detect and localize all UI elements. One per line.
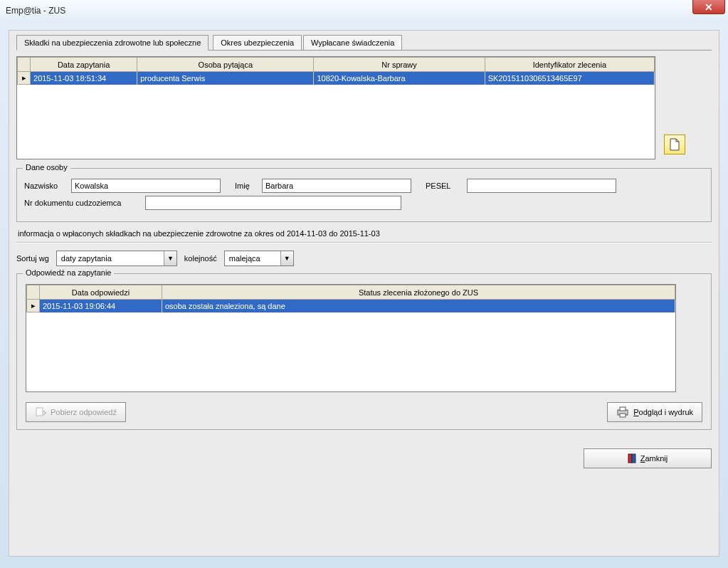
titlebar: Emp@tia - ZUS ✕ bbox=[0, 0, 728, 21]
separator bbox=[16, 242, 712, 243]
cell-nr-sprawy: 10820-Kowalska-Barbara bbox=[314, 72, 485, 85]
imie-input[interactable] bbox=[262, 179, 411, 193]
row-header-blank bbox=[18, 58, 31, 72]
tab-okres[interactable]: Okres ubezpieczenia bbox=[213, 35, 302, 50]
kolejnosc-label: kolejność bbox=[184, 254, 217, 263]
response-grid[interactable]: Data odpowiedzi Status zlecenia złożoneg… bbox=[26, 284, 676, 392]
svg-rect-5 bbox=[632, 454, 635, 463]
zamknij-button[interactable]: Zamknij bbox=[584, 448, 712, 468]
button-label: Podgląd i wydruk bbox=[633, 408, 693, 416]
info-line: informacja o wpłaconych składkach na ube… bbox=[18, 229, 712, 238]
col-osoba-pytajaca[interactable]: Osoba pytająca bbox=[137, 58, 314, 72]
table-row[interactable]: ▸ 2015-11-03 18:51:34 producenta Serwis … bbox=[18, 72, 655, 85]
dropdown-icon[interactable]: ▼ bbox=[164, 251, 176, 265]
svg-rect-3 bbox=[620, 414, 626, 417]
sortuj-wg-value[interactable] bbox=[57, 251, 164, 265]
col-nr-sprawy[interactable]: Nr sprawy bbox=[314, 58, 485, 72]
close-icon: ✕ bbox=[705, 1, 713, 13]
document-icon bbox=[669, 138, 680, 151]
window-title: Emp@tia - ZUS bbox=[6, 6, 65, 16]
download-icon bbox=[35, 406, 46, 418]
row-header-blank bbox=[27, 285, 40, 300]
fieldset-legend: Odpowiedź na zapytanie bbox=[23, 268, 114, 277]
row-indicator-icon: ▸ bbox=[18, 72, 31, 85]
svg-rect-4 bbox=[628, 454, 632, 463]
kolejnosc-value[interactable] bbox=[225, 251, 280, 265]
table-header-row: Data zapytania Osoba pytająca Nr sprawy … bbox=[18, 58, 655, 72]
sortuj-wg-label: Sortuj wg bbox=[16, 254, 49, 263]
podglad-wydruk-button[interactable]: Podgląd i wydruk bbox=[607, 402, 702, 422]
dialog-body: Składki na ubezpieczenia zdrowotne lub s… bbox=[9, 30, 719, 557]
odpowiedz-fieldset: Odpowiedź na zapytanie Data odpowiedzi S… bbox=[16, 273, 712, 430]
tab-label: Wypłacane świadczenia bbox=[311, 38, 394, 47]
button-label: Pobierz odpowiedź bbox=[51, 408, 117, 416]
sort-controls: Sortuj wg ▼ kolejność ▼ bbox=[16, 251, 712, 266]
close-window-button[interactable]: ✕ bbox=[692, 0, 725, 14]
pesel-label: PESEL bbox=[426, 182, 461, 190]
fieldset-legend: Dane osoby bbox=[23, 163, 70, 172]
tab-skladki[interactable]: Składki na ubezpieczenia zdrowotne lub s… bbox=[16, 35, 209, 51]
button-label: Zamknij bbox=[640, 454, 668, 463]
tab-skladki-panel: Data zapytania Osoba pytająca Nr sprawy … bbox=[16, 50, 712, 468]
tab-label: Składki na ubezpieczenia zdrowotne lub s… bbox=[24, 38, 201, 47]
col-status-zlecenia[interactable]: Status zlecenia złożonego do ZUS bbox=[162, 285, 675, 300]
row-indicator-icon: ▸ bbox=[27, 300, 40, 312]
query-grid[interactable]: Data zapytania Osoba pytająca Nr sprawy … bbox=[16, 56, 655, 159]
pobierz-odpowiedz-button: Pobierz odpowiedź bbox=[26, 402, 126, 422]
svg-rect-0 bbox=[36, 408, 43, 416]
imie-label: Imię bbox=[235, 182, 256, 190]
dropdown-icon[interactable]: ▼ bbox=[280, 251, 293, 265]
col-data-odpowiedzi[interactable]: Data odpowiedzi bbox=[40, 285, 162, 300]
tab-strip: Składki na ubezpieczenia zdrowotne lub s… bbox=[16, 35, 712, 50]
nazwisko-label: Nazwisko bbox=[24, 182, 65, 190]
pesel-input[interactable] bbox=[467, 179, 616, 193]
table-header-row: Data odpowiedzi Status zlecenia złożoneg… bbox=[27, 285, 675, 300]
door-icon bbox=[628, 453, 636, 463]
cell-identyfikator: SK2015110306513465E97 bbox=[485, 72, 654, 85]
dane-osoby-fieldset: Dane osoby Nazwisko Imię PESEL Nr dokume… bbox=[16, 168, 712, 222]
printer-icon bbox=[616, 406, 629, 418]
nr-dokumentu-label: Nr dokumentu cudzoziemca bbox=[24, 199, 139, 207]
sortuj-wg-select[interactable]: ▼ bbox=[56, 251, 177, 266]
cell-data-odpowiedzi: 2015-11-03 19:06:44 bbox=[40, 300, 162, 312]
table-row[interactable]: ▸ 2015-11-03 19:06:44 osoba została znal… bbox=[27, 300, 675, 312]
kolejnosc-select[interactable]: ▼ bbox=[224, 251, 294, 266]
nazwisko-input[interactable] bbox=[71, 179, 221, 193]
col-identyfikator[interactable]: Identyfikator zlecenia bbox=[485, 58, 654, 72]
cell-data-zapytania: 2015-11-03 18:51:34 bbox=[31, 72, 137, 85]
tab-wyplacane[interactable]: Wypłacane świadczenia bbox=[303, 35, 402, 50]
svg-rect-2 bbox=[620, 407, 626, 411]
tab-label: Okres ubezpieczenia bbox=[221, 38, 294, 47]
nr-dokumentu-input[interactable] bbox=[145, 196, 401, 210]
new-document-button[interactable] bbox=[664, 135, 685, 154]
col-data-zapytania[interactable]: Data zapytania bbox=[31, 58, 137, 72]
cell-osoba: producenta Serwis bbox=[137, 72, 314, 85]
cell-status: osoba została znaleziona, są dane bbox=[162, 300, 675, 312]
